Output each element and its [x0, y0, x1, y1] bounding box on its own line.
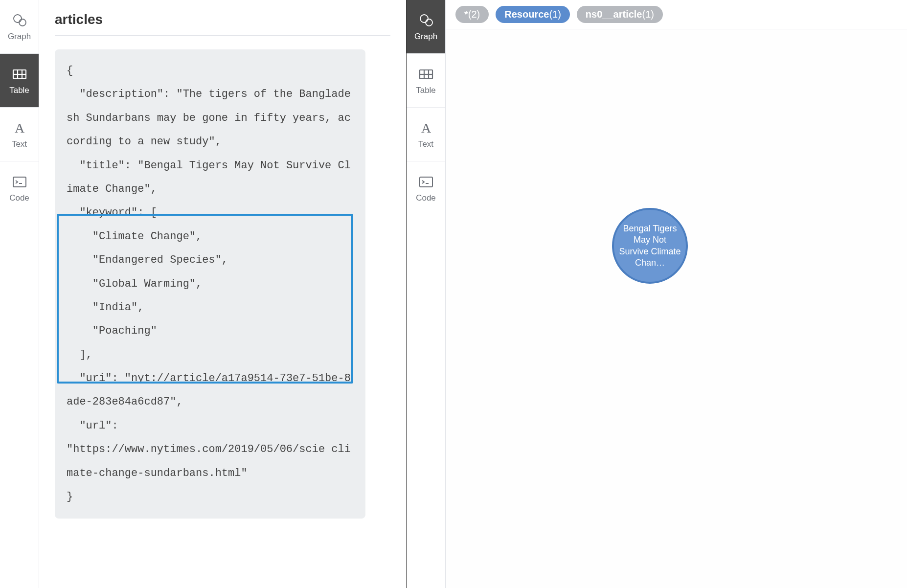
graph-icon: [11, 12, 28, 29]
chip-label: *: [464, 9, 468, 20]
svg-rect-16: [420, 177, 432, 187]
sidebar-item-label: Graph: [8, 32, 31, 42]
graph-node-label: Bengal Tigers May Not Survive Climate Ch…: [619, 223, 681, 269]
sidebar-item-label: Text: [12, 139, 27, 149]
sidebar-item-graph[interactable]: Graph: [0, 0, 39, 54]
code-icon: [11, 174, 28, 190]
right-sidebar: GraphTableATextCode: [407, 0, 446, 588]
text-icon: A: [11, 120, 28, 136]
sidebar-item-label: Graph: [414, 32, 437, 42]
chip-star[interactable]: *(2): [455, 6, 489, 23]
sidebar-item-label: Text: [418, 139, 433, 149]
left-sidebar: GraphTableATextCode: [0, 0, 39, 588]
sidebar-item-code[interactable]: Code: [0, 161, 39, 215]
sidebar-item-label: Table: [416, 86, 436, 95]
left-content: articles { "description": "The tigers of…: [39, 0, 406, 588]
chip-label: ns0__article: [586, 9, 642, 20]
chip-Resource[interactable]: Resource(1): [496, 6, 570, 23]
sidebar-item-graph[interactable]: Graph: [407, 0, 445, 54]
page-title: articles: [55, 12, 390, 36]
sidebar-item-table[interactable]: Table: [0, 54, 39, 108]
svg-point-9: [420, 15, 428, 23]
table-icon: [418, 66, 434, 83]
svg-point-1: [19, 19, 26, 26]
sidebar-item-label: Code: [416, 193, 436, 203]
svg-rect-7: [13, 177, 26, 187]
chip-bar: *(2)Resource(1)ns0__article(1): [446, 0, 907, 29]
sidebar-item-text[interactable]: AText: [407, 108, 445, 161]
sidebar-item-label: Code: [9, 193, 29, 203]
graph-canvas[interactable]: Bengal Tigers May Not Survive Climate Ch…: [446, 29, 907, 588]
graph-node[interactable]: Bengal Tigers May Not Survive Climate Ch…: [612, 208, 688, 284]
chip-count: (1): [642, 9, 654, 20]
chip-count: (1): [549, 9, 561, 20]
svg-text:A: A: [421, 120, 431, 136]
table-icon: [11, 66, 28, 83]
graph-icon: [418, 12, 434, 29]
svg-text:A: A: [14, 120, 24, 136]
chip-count: (2): [468, 9, 480, 20]
svg-point-0: [14, 15, 22, 23]
sidebar-item-table[interactable]: Table: [407, 54, 445, 108]
sidebar-item-label: Table: [9, 86, 29, 95]
chip-label: Resource: [504, 9, 549, 20]
highlight-keyword-box: [57, 214, 353, 384]
svg-point-10: [426, 19, 432, 26]
json-display: { "description": "The tigers of the Bang…: [55, 49, 365, 519]
text-icon: A: [418, 120, 434, 136]
sidebar-item-code[interactable]: Code: [407, 161, 445, 215]
sidebar-item-text[interactable]: AText: [0, 108, 39, 161]
right-content: *(2)Resource(1)ns0__article(1) Bengal Ti…: [446, 0, 907, 588]
code-icon: [418, 174, 434, 190]
chip-ns0starstararticle[interactable]: ns0__article(1): [577, 6, 663, 23]
